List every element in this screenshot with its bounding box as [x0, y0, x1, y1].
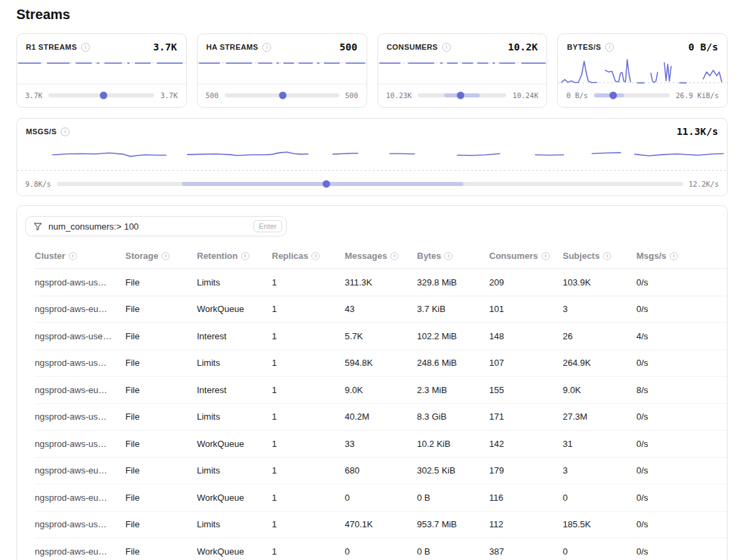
bytes-cell: 102.2 MiB — [417, 331, 489, 341]
cluster-link[interactable]: ngsprod-aws-use… — [35, 331, 112, 341]
bytes-cell: 2.3 MiB — [417, 385, 489, 395]
cluster-link[interactable]: ngsprod-aws-eu… — [35, 493, 107, 503]
sparkline-chart — [378, 57, 547, 84]
info-icon[interactable] — [605, 43, 614, 52]
table-row: ngsprod-aws-us… File WorkQueue 1 33 10.2… — [35, 431, 727, 458]
sparkline-chart — [17, 142, 727, 173]
table-column-header[interactable]: Replicas — [272, 251, 345, 261]
range-slider: 500 500 — [198, 84, 367, 107]
cluster-link[interactable]: ngsprod-aws-eu… — [35, 385, 107, 395]
slider-min-label: 500 — [206, 91, 219, 99]
msgs-per-s-cell: 0/s — [636, 304, 727, 314]
consumers-cell: 107 — [489, 358, 563, 368]
column-header-label: Subjects — [563, 251, 600, 261]
slider-track[interactable] — [225, 93, 339, 97]
replicas-cell: 1 — [272, 385, 345, 395]
slider-track[interactable] — [48, 93, 154, 97]
subjects-cell: 9.0K — [563, 385, 636, 395]
metric-card-title: CONSUMERS — [387, 43, 438, 51]
slider-min-label: 0 B/s — [566, 91, 588, 99]
info-icon[interactable] — [69, 252, 77, 260]
table-column-header[interactable]: Messages — [345, 251, 417, 261]
info-icon[interactable] — [161, 252, 170, 260]
info-icon[interactable] — [61, 127, 69, 136]
range-slider: 3.7K 3.7K — [17, 84, 186, 107]
storage-cell: File — [125, 411, 197, 422]
cluster-link[interactable]: ngsprod-aws-us… — [35, 277, 107, 287]
retention-cell: Interest — [197, 385, 272, 395]
metric-card-title: R1 STREAMS — [26, 43, 77, 51]
slider-thumb[interactable] — [99, 92, 107, 99]
table-column-header[interactable]: Storage — [125, 251, 197, 261]
column-header-label: Msgs/s — [636, 251, 666, 261]
cluster-cell: ngsprod-aws-us… — [35, 439, 125, 449]
metric-cards-row: R1 STREAMS 3.7K 3.7K 3.7K HA STREAMS 500… — [16, 33, 728, 108]
column-header-label: Messages — [345, 251, 387, 261]
slider-thumb[interactable] — [609, 92, 617, 99]
slider-max-label: 500 — [345, 91, 358, 99]
table-column-header[interactable]: Msgs/s — [636, 251, 727, 261]
retention-cell: WorkQueue — [197, 546, 272, 557]
bytes-cell: 0 B — [417, 493, 489, 503]
table-column-header[interactable]: Retention — [197, 251, 272, 261]
consumers-cell: 387 — [489, 546, 563, 557]
slider-track[interactable] — [594, 93, 670, 97]
storage-cell: File — [125, 439, 197, 449]
info-icon[interactable] — [390, 252, 399, 260]
subjects-cell: 103.9K — [563, 277, 636, 287]
cluster-link[interactable]: ngsprod-aws-eu… — [35, 465, 107, 476]
messages-cell: 0 — [345, 493, 417, 503]
messages-cell: 9.0K — [345, 385, 417, 395]
consumers-cell: 148 — [489, 331, 563, 341]
slider-thumb[interactable] — [279, 92, 287, 99]
subjects-cell: 31 — [563, 439, 636, 449]
subjects-cell: 3 — [563, 304, 636, 314]
table-column-header[interactable]: Bytes — [417, 251, 489, 261]
metric-card-header: HA STREAMS 500 — [198, 34, 367, 57]
table-row: ngsprod-aws-eu… File WorkQueue 1 43 3.7 … — [35, 296, 727, 324]
metric-card-title: HA STREAMS — [206, 43, 258, 51]
bytes-cell: 3.7 KiB — [417, 304, 489, 314]
slider-thumb[interactable] — [456, 92, 464, 99]
slider-min-label: 3.7K — [25, 91, 42, 99]
cluster-link[interactable]: ngsprod-aws-us… — [35, 411, 107, 422]
info-icon[interactable] — [81, 43, 90, 52]
info-icon[interactable] — [670, 252, 678, 260]
slider-min-label: 10.23K — [386, 91, 412, 99]
info-icon[interactable] — [442, 43, 451, 52]
filter-funnel-icon — [33, 222, 42, 231]
info-icon[interactable] — [603, 252, 611, 260]
messages-cell: 33 — [345, 439, 417, 449]
column-header-label: Replicas — [272, 251, 308, 261]
slider-max-label: 10.24K — [512, 91, 538, 99]
storage-cell: File — [125, 385, 197, 395]
info-icon[interactable] — [311, 252, 320, 260]
info-icon[interactable] — [542, 252, 550, 260]
messages-cell: 5.7K — [345, 331, 417, 341]
cluster-link[interactable]: ngsprod-aws-eu… — [35, 546, 107, 557]
metric-card-value: 0 B/s — [683, 42, 718, 52]
slider-max-label: 12.2K/s — [689, 180, 719, 188]
messages-cell: 311.3K — [345, 277, 417, 287]
slider-track[interactable] — [418, 93, 506, 97]
table-column-header[interactable]: Cluster — [35, 251, 125, 261]
filter-input[interactable]: num_consumers:> 100 Enter — [25, 216, 287, 236]
slider-thumb[interactable] — [322, 181, 330, 188]
table-column-header[interactable]: Consumers — [489, 251, 563, 261]
table-column-header[interactable]: Subjects — [563, 251, 636, 261]
messages-cell: 470.1K — [345, 519, 417, 529]
cluster-link[interactable]: ngsprod-aws-us… — [35, 439, 107, 449]
table-header-row: Cluster Storage Retention Replicas Messa… — [35, 243, 727, 269]
cluster-link[interactable]: ngsprod-aws-us… — [35, 358, 107, 368]
cluster-cell: ngsprod-aws-us… — [35, 411, 125, 422]
slider-track[interactable] — [57, 182, 683, 186]
cluster-link[interactable]: ngsprod-aws-us… — [35, 519, 107, 529]
info-icon[interactable] — [262, 43, 271, 52]
info-icon[interactable] — [444, 252, 452, 260]
retention-cell: WorkQueue — [197, 304, 272, 314]
enter-key-hint: Enter — [253, 220, 282, 232]
info-icon[interactable] — [241, 252, 249, 260]
cluster-link[interactable]: ngsprod-aws-eu… — [35, 304, 107, 314]
table-row: ngsprod-aws-us… File Limits 1 311.3K 329… — [35, 269, 727, 296]
streams-table-card: num_consumers:> 100 Enter Cluster Storag… — [16, 205, 728, 560]
